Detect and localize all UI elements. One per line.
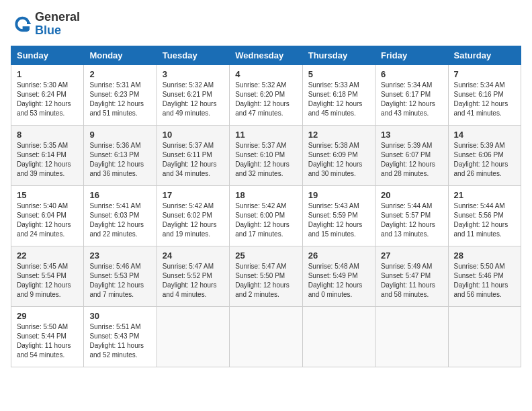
day-number: 27 xyxy=(381,250,442,261)
day-info: Sunrise: 5:47 AMSunset: 5:52 PMDaylight:… xyxy=(163,262,224,300)
day-number: 25 xyxy=(235,250,296,261)
day-info: Sunrise: 5:51 AMSunset: 5:43 PMDaylight:… xyxy=(89,322,150,360)
day-number: 9 xyxy=(89,130,150,140)
day-number: 28 xyxy=(454,250,515,261)
day-number: 20 xyxy=(381,190,442,200)
day-number: 29 xyxy=(17,311,78,321)
day-number: 15 xyxy=(17,190,78,200)
calendar-cell: 8Sunrise: 5:35 AMSunset: 6:14 PMDaylight… xyxy=(11,125,84,185)
week-row-5: 29Sunrise: 5:50 AMSunset: 5:44 PMDayligh… xyxy=(11,306,521,367)
weekday-header-monday: Monday xyxy=(84,46,157,64)
day-number: 10 xyxy=(163,130,224,140)
weekday-header-sunday: Sunday xyxy=(11,46,84,64)
weekday-header-wednesday: Wednesday xyxy=(230,46,302,64)
calendar-cell: 9Sunrise: 5:36 AMSunset: 6:13 PMDaylight… xyxy=(84,125,157,185)
calendar-cell: 22Sunrise: 5:45 AMSunset: 5:54 PMDayligh… xyxy=(11,246,84,306)
calendar-cell: 26Sunrise: 5:48 AMSunset: 5:49 PMDayligh… xyxy=(302,246,375,306)
day-number: 19 xyxy=(308,190,369,200)
page-header: General Blue xyxy=(11,11,521,38)
logo: General Blue xyxy=(11,11,80,38)
day-number: 6 xyxy=(381,69,442,79)
day-info: Sunrise: 5:32 AMSunset: 6:21 PMDaylight:… xyxy=(163,81,224,118)
day-info: Sunrise: 5:34 AMSunset: 6:16 PMDaylight:… xyxy=(454,81,515,118)
day-info: Sunrise: 5:42 AMSunset: 6:02 PMDaylight:… xyxy=(163,201,224,239)
calendar-cell: 6Sunrise: 5:34 AMSunset: 6:17 PMDaylight… xyxy=(375,64,448,125)
day-number: 24 xyxy=(163,250,224,261)
day-info: Sunrise: 5:36 AMSunset: 6:13 PMDaylight:… xyxy=(89,141,150,179)
day-info: Sunrise: 5:42 AMSunset: 6:00 PMDaylight:… xyxy=(235,201,296,239)
calendar-cell xyxy=(157,306,229,367)
calendar-cell: 4Sunrise: 5:32 AMSunset: 6:20 PMDaylight… xyxy=(230,64,302,125)
day-number: 8 xyxy=(17,130,78,140)
day-number: 3 xyxy=(163,69,224,79)
day-number: 17 xyxy=(163,190,224,200)
day-info: Sunrise: 5:50 AMSunset: 5:44 PMDaylight:… xyxy=(17,322,78,360)
calendar-cell: 11Sunrise: 5:37 AMSunset: 6:10 PMDayligh… xyxy=(230,125,302,185)
day-info: Sunrise: 5:32 AMSunset: 6:20 PMDaylight:… xyxy=(235,81,296,118)
calendar-cell xyxy=(448,306,521,367)
calendar-cell: 28Sunrise: 5:50 AMSunset: 5:46 PMDayligh… xyxy=(448,246,521,306)
calendar-cell: 7Sunrise: 5:34 AMSunset: 6:16 PMDaylight… xyxy=(448,64,521,125)
day-info: Sunrise: 5:45 AMSunset: 5:54 PMDaylight:… xyxy=(17,262,78,300)
day-number: 11 xyxy=(235,130,296,140)
day-number: 21 xyxy=(454,190,515,200)
day-number: 4 xyxy=(235,69,296,79)
calendar-cell: 21Sunrise: 5:44 AMSunset: 5:56 PMDayligh… xyxy=(448,185,521,246)
day-info: Sunrise: 5:44 AMSunset: 5:56 PMDaylight:… xyxy=(454,201,515,239)
day-info: Sunrise: 5:44 AMSunset: 5:57 PMDaylight:… xyxy=(381,201,442,239)
calendar-cell xyxy=(302,306,375,367)
calendar-cell: 2Sunrise: 5:31 AMSunset: 6:23 PMDaylight… xyxy=(84,64,157,125)
logo-text: General Blue xyxy=(35,11,80,38)
calendar-cell: 23Sunrise: 5:46 AMSunset: 5:53 PMDayligh… xyxy=(84,246,157,306)
day-info: Sunrise: 5:34 AMSunset: 6:17 PMDaylight:… xyxy=(381,81,442,118)
calendar-cell: 10Sunrise: 5:37 AMSunset: 6:11 PMDayligh… xyxy=(157,125,229,185)
week-row-2: 8Sunrise: 5:35 AMSunset: 6:14 PMDaylight… xyxy=(11,125,521,185)
calendar-table: SundayMondayTuesdayWednesdayThursdayFrid… xyxy=(11,46,521,367)
calendar-cell: 5Sunrise: 5:33 AMSunset: 6:18 PMDaylight… xyxy=(302,64,375,125)
calendar-cell: 16Sunrise: 5:41 AMSunset: 6:03 PMDayligh… xyxy=(84,185,157,246)
calendar-cell: 13Sunrise: 5:39 AMSunset: 6:07 PMDayligh… xyxy=(375,125,448,185)
day-info: Sunrise: 5:35 AMSunset: 6:14 PMDaylight:… xyxy=(17,141,78,179)
calendar-cell: 17Sunrise: 5:42 AMSunset: 6:02 PMDayligh… xyxy=(157,185,229,246)
day-info: Sunrise: 5:40 AMSunset: 6:04 PMDaylight:… xyxy=(17,201,78,239)
weekday-header-thursday: Thursday xyxy=(302,46,375,64)
logo-icon xyxy=(11,13,32,35)
calendar-cell: 12Sunrise: 5:38 AMSunset: 6:09 PMDayligh… xyxy=(302,125,375,185)
day-number: 12 xyxy=(308,130,369,140)
day-number: 30 xyxy=(89,311,150,321)
day-info: Sunrise: 5:49 AMSunset: 5:47 PMDaylight:… xyxy=(381,262,442,300)
day-info: Sunrise: 5:33 AMSunset: 6:18 PMDaylight:… xyxy=(308,81,369,118)
day-info: Sunrise: 5:39 AMSunset: 6:06 PMDaylight:… xyxy=(454,141,515,179)
week-row-4: 22Sunrise: 5:45 AMSunset: 5:54 PMDayligh… xyxy=(11,246,521,306)
day-info: Sunrise: 5:38 AMSunset: 6:09 PMDaylight:… xyxy=(308,141,369,179)
day-number: 16 xyxy=(89,190,150,200)
calendar-cell: 3Sunrise: 5:32 AMSunset: 6:21 PMDaylight… xyxy=(157,64,229,125)
day-info: Sunrise: 5:47 AMSunset: 5:50 PMDaylight:… xyxy=(235,262,296,300)
day-number: 1 xyxy=(17,69,78,79)
calendar-cell: 27Sunrise: 5:49 AMSunset: 5:47 PMDayligh… xyxy=(375,246,448,306)
week-row-3: 15Sunrise: 5:40 AMSunset: 6:04 PMDayligh… xyxy=(11,185,521,246)
calendar-cell xyxy=(375,306,448,367)
calendar-cell: 18Sunrise: 5:42 AMSunset: 6:00 PMDayligh… xyxy=(230,185,302,246)
day-number: 13 xyxy=(381,130,442,140)
day-number: 5 xyxy=(308,69,369,79)
weekday-header-row: SundayMondayTuesdayWednesdayThursdayFrid… xyxy=(11,46,521,64)
week-row-1: 1Sunrise: 5:30 AMSunset: 6:24 PMDaylight… xyxy=(11,64,521,125)
day-number: 26 xyxy=(308,250,369,261)
day-info: Sunrise: 5:41 AMSunset: 6:03 PMDaylight:… xyxy=(89,201,150,239)
calendar-cell: 25Sunrise: 5:47 AMSunset: 5:50 PMDayligh… xyxy=(230,246,302,306)
calendar-cell: 15Sunrise: 5:40 AMSunset: 6:04 PMDayligh… xyxy=(11,185,84,246)
day-info: Sunrise: 5:37 AMSunset: 6:10 PMDaylight:… xyxy=(235,141,296,179)
calendar-cell: 14Sunrise: 5:39 AMSunset: 6:06 PMDayligh… xyxy=(448,125,521,185)
weekday-header-saturday: Saturday xyxy=(448,46,521,64)
day-info: Sunrise: 5:39 AMSunset: 6:07 PMDaylight:… xyxy=(381,141,442,179)
svg-marker-0 xyxy=(27,17,31,24)
day-number: 23 xyxy=(89,250,150,261)
calendar-cell: 19Sunrise: 5:43 AMSunset: 5:59 PMDayligh… xyxy=(302,185,375,246)
calendar-body: 1Sunrise: 5:30 AMSunset: 6:24 PMDaylight… xyxy=(11,64,521,367)
day-info: Sunrise: 5:50 AMSunset: 5:46 PMDaylight:… xyxy=(454,262,515,300)
calendar-cell xyxy=(230,306,302,367)
day-info: Sunrise: 5:46 AMSunset: 5:53 PMDaylight:… xyxy=(89,262,150,300)
day-number: 7 xyxy=(454,69,515,79)
day-number: 2 xyxy=(89,69,150,79)
